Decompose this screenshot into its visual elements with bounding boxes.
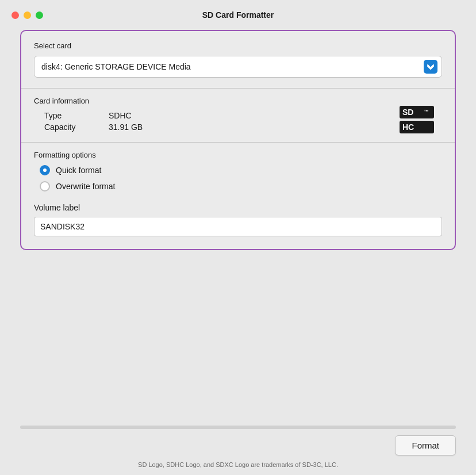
card-info-label: Card information — [34, 97, 442, 105]
svg-text:HC: HC — [402, 122, 414, 132]
bottom-area: Format SD Logo, SDHC Logo, and SDXC Logo… — [0, 435, 476, 475]
capacity-value: 31.91 GB — [109, 122, 143, 132]
window-title: SD Card Formatter — [202, 10, 274, 20]
card-info-row-type: Type SDHC — [34, 111, 442, 120]
divider-2 — [21, 142, 455, 143]
minimize-button[interactable] — [24, 12, 31, 19]
radio-group: Quick format Overwrite format — [34, 165, 442, 191]
svg-text:SD: SD — [402, 108, 413, 117]
bottom-row: Format — [20, 435, 456, 455]
quick-format-label: Quick format — [56, 166, 101, 175]
type-key: Type — [34, 111, 109, 120]
card-select-wrapper: disk4: Generic STORAGE DEVICE Media — [34, 56, 442, 78]
progress-track — [20, 426, 456, 429]
main-card: Select card disk4: Generic STORAGE DEVIC… — [20, 30, 456, 250]
volume-label-input[interactable] — [34, 217, 442, 236]
main-content: Select card disk4: Generic STORAGE DEVIC… — [0, 30, 476, 417]
formatting-options-label: Formatting options — [34, 151, 442, 159]
card-select[interactable]: disk4: Generic STORAGE DEVICE Media — [34, 56, 442, 78]
svg-text:™: ™ — [424, 109, 429, 114]
sdhc-logo: SD ™ HC — [400, 106, 436, 137]
format-button[interactable]: Format — [395, 435, 456, 455]
overwrite-format-option[interactable]: Overwrite format — [40, 181, 442, 191]
overwrite-format-label: Overwrite format — [56, 182, 115, 191]
select-card-section: Select card disk4: Generic STORAGE DEVIC… — [34, 41, 442, 78]
progress-area — [0, 422, 476, 433]
volume-label-section: Volume label — [34, 203, 442, 236]
quick-format-radio-inner — [43, 168, 47, 172]
quick-format-option[interactable]: Quick format — [40, 165, 442, 175]
capacity-key: Capacity — [34, 122, 109, 132]
volume-label-heading: Volume label — [34, 203, 442, 212]
select-card-label: Select card — [34, 41, 442, 50]
card-info-row-capacity: Capacity 31.91 GB — [34, 122, 442, 132]
type-value: SDHC — [109, 111, 132, 120]
maximize-button[interactable] — [36, 12, 43, 19]
formatting-section: Formatting options Quick format Overwrit… — [34, 151, 442, 191]
window-controls — [11, 12, 43, 19]
overwrite-format-radio[interactable] — [40, 181, 50, 191]
footer-text: SD Logo, SDHC Logo, and SDXC Logo are tr… — [20, 461, 456, 475]
card-info-table: Type SDHC Capacity 31.91 GB SD ™ — [34, 111, 442, 132]
quick-format-radio[interactable] — [40, 165, 50, 175]
card-info-section: Card information Type SDHC Capacity 31.9… — [34, 97, 442, 132]
divider-1 — [21, 88, 455, 89]
title-bar: SD Card Formatter — [0, 0, 476, 30]
close-button[interactable] — [11, 12, 19, 19]
